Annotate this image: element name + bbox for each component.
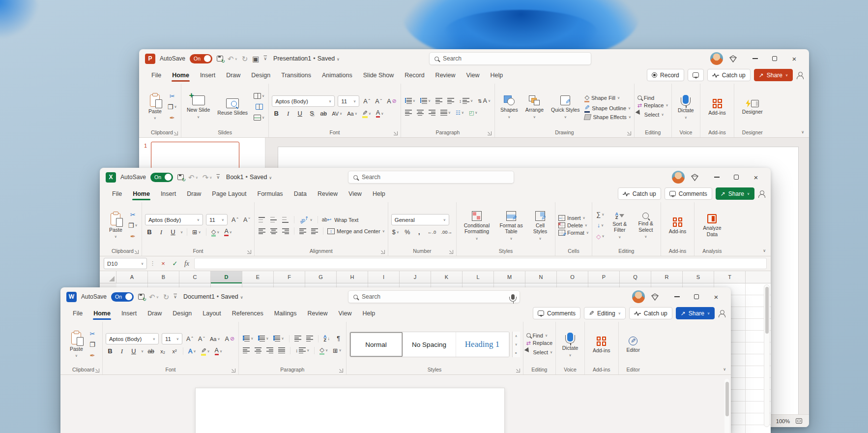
clear-formatting-button[interactable]: A⊘ bbox=[386, 96, 398, 106]
catch-up-button[interactable]: Catch up bbox=[707, 69, 751, 81]
reuse-slides-button[interactable]: Reuse Slides bbox=[215, 96, 250, 117]
borders-button[interactable]: ⊞∨ bbox=[332, 346, 343, 355]
align-left-button[interactable] bbox=[242, 346, 251, 355]
dialog-launcher-icon[interactable] bbox=[247, 250, 251, 254]
align-center-button[interactable] bbox=[269, 226, 278, 236]
comma-style-button[interactable]: , bbox=[415, 227, 424, 237]
character-spacing-button[interactable]: AV∨ bbox=[331, 109, 343, 118]
quick-access-toolbar-chevron-icon[interactable]: ∨ bbox=[264, 57, 267, 61]
align-right-button[interactable] bbox=[428, 108, 436, 118]
dialog-launcher-icon[interactable] bbox=[627, 131, 631, 135]
fill-color-button[interactable]: ◇∨ bbox=[210, 227, 221, 237]
align-center-button[interactable] bbox=[416, 108, 425, 118]
column-header[interactable]: J bbox=[400, 271, 431, 283]
share-button[interactable]: ↗Share∨ bbox=[676, 307, 715, 319]
column-header[interactable]: H bbox=[337, 271, 368, 283]
format-painter-button[interactable]: ✒ bbox=[127, 232, 139, 241]
user-avatar[interactable] bbox=[672, 171, 685, 184]
search-input[interactable]: Search bbox=[429, 52, 591, 65]
font-size-select[interactable]: 11∨ bbox=[338, 95, 359, 107]
ribbon-tab[interactable]: Layout bbox=[197, 307, 227, 320]
decrease-decimal-button[interactable]: .00→ bbox=[440, 227, 453, 237]
dictate-button[interactable]: Dictate∨ bbox=[560, 331, 581, 358]
ribbon-tab[interactable]: View bbox=[343, 187, 367, 201]
column-header[interactable]: B bbox=[148, 271, 179, 283]
strikethrough-button[interactable]: ab bbox=[319, 109, 328, 118]
decrease-indent-button[interactable] bbox=[293, 334, 302, 343]
dialog-launcher-icon[interactable] bbox=[95, 369, 99, 372]
decrease-font-button[interactable]: Aˇ bbox=[242, 215, 251, 224]
change-case-button[interactable]: Aa∨ bbox=[346, 109, 358, 118]
close-button[interactable]: × bbox=[706, 289, 726, 304]
search-input[interactable]: Search bbox=[348, 171, 514, 184]
change-case-button[interactable]: Aa∨ bbox=[209, 334, 221, 343]
analyze-data-button[interactable]: Analyze Data bbox=[699, 212, 725, 238]
align-right-button[interactable] bbox=[265, 346, 274, 355]
close-button[interactable]: × bbox=[746, 170, 766, 185]
top-align-button[interactable] bbox=[258, 215, 266, 224]
column-header[interactable]: O bbox=[557, 271, 588, 283]
ribbon-tab[interactable]: Insert bbox=[155, 187, 181, 201]
section-button[interactable]: ∨ bbox=[253, 113, 265, 123]
decrease-indent-button[interactable] bbox=[298, 226, 307, 236]
accounting-format-button[interactable]: $∨ bbox=[391, 227, 400, 237]
show-formatting-button[interactable]: ¶ bbox=[334, 334, 343, 343]
increase-font-button[interactable]: Aˆ bbox=[231, 215, 239, 224]
numbering-button[interactable]: ∨ bbox=[419, 96, 432, 106]
copy-button[interactable]: ❐ bbox=[88, 340, 97, 349]
name-box[interactable]: D10∨ bbox=[104, 258, 147, 269]
font-name-select[interactable]: Aptos (Body)∨ bbox=[145, 214, 203, 225]
ribbon-tab[interactable]: Home bbox=[167, 68, 195, 82]
catch-up-button[interactable]: Catch up bbox=[618, 187, 661, 200]
cut-button[interactable]: ✂ bbox=[127, 210, 139, 219]
column-header[interactable]: K bbox=[431, 271, 463, 283]
undo-icon[interactable]: ↶∨ bbox=[149, 293, 159, 301]
column-header[interactable]: F bbox=[274, 271, 305, 283]
line-spacing-button[interactable]: ↕∨ bbox=[458, 96, 474, 106]
convert-smartart-button[interactable]: ◰∨ bbox=[468, 108, 479, 118]
ribbon-tab[interactable]: Design bbox=[167, 307, 197, 320]
paste-button[interactable]: Paste∨ bbox=[67, 330, 86, 359]
dialog-launcher-icon[interactable] bbox=[231, 369, 235, 372]
style-option[interactable]: No Spacing bbox=[403, 332, 456, 357]
vertical-scrollbar[interactable] bbox=[724, 379, 729, 433]
underline-button[interactable]: U bbox=[295, 109, 304, 118]
share-button[interactable]: ↗Share∨ bbox=[716, 187, 754, 200]
ribbon-tab[interactable]: Review bbox=[312, 187, 343, 201]
numbering-button[interactable]: ∨ bbox=[257, 334, 269, 343]
find-select-button[interactable]: Find & Select∨ bbox=[634, 211, 658, 240]
undo-icon[interactable]: ↶∨ bbox=[188, 174, 198, 181]
dialog-launcher-icon[interactable] bbox=[174, 131, 178, 135]
present-people-icon[interactable] bbox=[758, 190, 766, 197]
minimize-button[interactable] bbox=[667, 289, 687, 304]
bold-button[interactable]: B bbox=[272, 109, 281, 118]
underline-button[interactable]: U bbox=[169, 227, 177, 237]
format-cells-button[interactable]: Format∨ bbox=[558, 230, 589, 236]
increase-indent-button[interactable] bbox=[305, 334, 314, 343]
undo-icon[interactable]: ↶∨ bbox=[228, 55, 237, 62]
cut-button[interactable]: ✂ bbox=[88, 329, 97, 339]
increase-indent-button[interactable] bbox=[446, 96, 455, 106]
column-header[interactable]: N bbox=[525, 271, 557, 283]
voice-search-icon[interactable] bbox=[511, 294, 515, 300]
column-header[interactable]: L bbox=[463, 271, 494, 283]
font-name-select[interactable]: Aptos (Body)∨ bbox=[272, 95, 335, 107]
new-slide-button[interactable]: New Slide∨ bbox=[184, 93, 212, 120]
style-option[interactable]: Normal bbox=[350, 332, 403, 357]
share-button[interactable]: ↗Share∨ bbox=[754, 69, 793, 81]
column-header[interactable]: A bbox=[116, 271, 148, 283]
dictate-button[interactable]: Dictate∨ bbox=[675, 93, 696, 121]
collapse-ribbon-chevron-icon[interactable]: ∨ bbox=[801, 130, 804, 134]
ribbon-tab[interactable]: Insert bbox=[195, 68, 221, 82]
superscript-button[interactable]: x² bbox=[170, 346, 179, 356]
user-avatar[interactable] bbox=[632, 290, 645, 303]
font-color-button[interactable]: A∨ bbox=[375, 109, 384, 118]
scrollbar-thumb[interactable] bbox=[765, 287, 769, 334]
quick-access-toolbar-chevron-icon[interactable]: ∨ bbox=[174, 295, 177, 299]
format-painter-button[interactable]: ✒ bbox=[88, 351, 97, 360]
font-name-select[interactable]: Aptos (Body)∨ bbox=[106, 333, 159, 344]
replace-button[interactable]: ⇄Replace∨ bbox=[637, 102, 668, 109]
ribbon-tab[interactable]: Draw bbox=[181, 187, 206, 201]
paste-button[interactable]: Paste∨ bbox=[146, 93, 164, 122]
text-effects-button[interactable]: A∨ bbox=[187, 346, 197, 356]
